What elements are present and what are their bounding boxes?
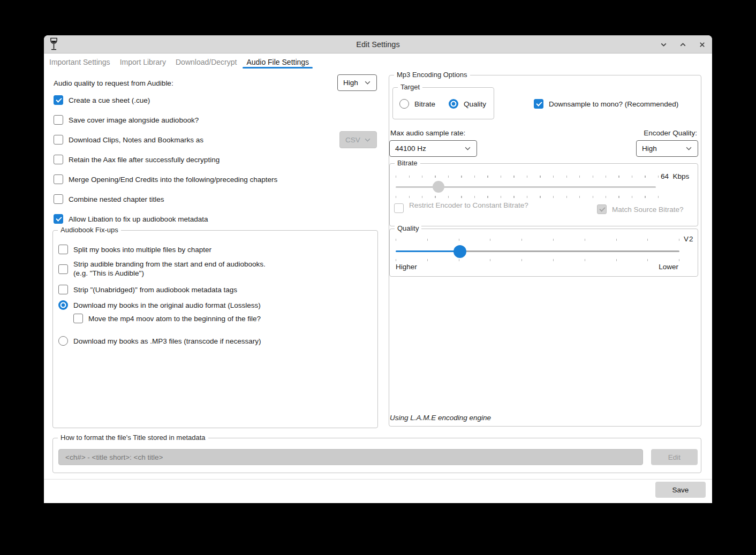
title-format-title: How to format the file's Title stored in… bbox=[58, 434, 208, 442]
edit-settings-window: Edit Settings Important Settings Import … bbox=[44, 35, 712, 503]
target-quality-label: Quality bbox=[464, 100, 486, 108]
lossless-radio[interactable] bbox=[58, 300, 68, 310]
chevron-down-icon bbox=[464, 145, 471, 152]
sample-rate-label: Max audio sample rate: bbox=[390, 129, 465, 137]
fixup-metadata-checkbox[interactable] bbox=[54, 214, 63, 224]
combine-chapters-checkbox[interactable] bbox=[54, 194, 63, 204]
mp3-radio[interactable] bbox=[58, 336, 68, 346]
tab-import-library[interactable]: Import Library bbox=[115, 54, 171, 70]
chevron-down-icon bbox=[364, 136, 371, 143]
quality-slider-handle[interactable] bbox=[453, 245, 466, 258]
cover-image-checkbox[interactable] bbox=[54, 115, 63, 125]
quality-title: Quality bbox=[395, 224, 421, 232]
bitrate-title: Bitrate bbox=[395, 159, 420, 167]
target-bitrate-radio[interactable] bbox=[399, 99, 409, 109]
footer-divider bbox=[44, 479, 712, 480]
tab-download-decrypt[interactable]: Download/Decrypt bbox=[171, 54, 241, 70]
audio-file-settings-panel: Audio quality to request from Audible: H… bbox=[44, 70, 712, 503]
target-title: Target bbox=[398, 83, 422, 91]
bitrate-group: Bitrate 64 Kbps Restrict Encoder to Cons… bbox=[389, 163, 698, 226]
cover-image-label: Save cover image alongside audiobook? bbox=[69, 116, 199, 124]
restrict-cbr-checkbox bbox=[394, 203, 404, 213]
retain-aax-checkbox[interactable] bbox=[54, 155, 63, 164]
lossless-label: Download my books in the original audio … bbox=[73, 301, 261, 309]
clips-notes-checkbox[interactable] bbox=[54, 135, 63, 145]
bitrate-value: 64 Kbps bbox=[661, 172, 689, 180]
match-source-bitrate-checkbox bbox=[597, 204, 607, 214]
retain-aax-label: Retain the Aax file after successfully d… bbox=[69, 156, 220, 164]
window-title: Edit Settings bbox=[44, 40, 712, 49]
quality-higher-label: Higher bbox=[396, 263, 417, 271]
moov-atom-checkbox[interactable] bbox=[73, 314, 83, 323]
bitrate-ticks-bottom bbox=[396, 196, 659, 198]
quality-group: Quality V2 Higher Lower bbox=[389, 229, 698, 277]
chevron-down-icon bbox=[364, 79, 371, 86]
strip-unabridged-label: Strip "(Unabridged)" from audiobook meta… bbox=[73, 286, 237, 294]
split-books-label: Split my books into multiple files by ch… bbox=[73, 246, 211, 254]
minimize-icon[interactable] bbox=[657, 39, 669, 50]
merge-credits-label: Merge Opening/End Credits into the follo… bbox=[69, 176, 277, 184]
mp3-label: Download my books as .MP3 files (transco… bbox=[73, 337, 261, 345]
save-button[interactable]: Save bbox=[655, 482, 706, 498]
encoder-quality-label: Encoder Quality: bbox=[644, 129, 697, 137]
maximize-icon[interactable] bbox=[677, 39, 689, 50]
combine-chapters-label: Combine nested chapter titles bbox=[69, 195, 164, 203]
engine-note: Using L.A.M.E encoding engine bbox=[390, 414, 491, 422]
target-group: Target Bitrate Quality bbox=[392, 87, 494, 119]
clips-notes-label: Download Clips, Notes and Bookmarks as bbox=[69, 136, 203, 144]
title-format-input bbox=[58, 449, 643, 465]
audio-quality-select[interactable]: High bbox=[337, 74, 377, 91]
tab-important-settings[interactable]: Important Settings bbox=[44, 54, 115, 70]
strip-unabridged-checkbox[interactable] bbox=[58, 285, 68, 294]
quality-ticks-bottom bbox=[396, 259, 683, 261]
cue-sheet-checkbox[interactable] bbox=[54, 95, 63, 105]
target-quality-radio[interactable] bbox=[449, 99, 458, 109]
cue-sheet-label: Create a cue sheet (.cue) bbox=[69, 96, 150, 104]
edit-button: Edit bbox=[651, 449, 698, 465]
moov-atom-label: Move the mp4 moov atom to the beginning … bbox=[88, 315, 261, 323]
encoder-quality-select[interactable]: High bbox=[636, 140, 698, 157]
quality-value: V2 bbox=[684, 235, 694, 243]
quality-slider[interactable] bbox=[396, 250, 679, 252]
sample-rate-select[interactable]: 44100 Hz bbox=[389, 140, 477, 157]
close-icon[interactable] bbox=[696, 39, 708, 50]
title-format-group: How to format the file's Title stored in… bbox=[52, 438, 701, 473]
restrict-cbr-label: Restrict Encoder to Constant Bitrate? bbox=[409, 201, 528, 210]
titlebar: Edit Settings bbox=[44, 35, 712, 54]
downsample-mono-label: Downsample to mono? (Recommended) bbox=[549, 100, 678, 108]
audiobook-fixups-title: Audiobook Fix-ups bbox=[58, 226, 121, 234]
quality-ticks-top bbox=[396, 239, 683, 241]
quality-lower-label: Lower bbox=[659, 263, 678, 271]
chevron-down-icon bbox=[685, 145, 692, 152]
fixup-metadata-label: Allow Libation to fix up audiobook metad… bbox=[69, 215, 208, 223]
mp3-encoding-options-group: Mp3 Encoding Options Target Bitrate Qual… bbox=[389, 75, 701, 427]
clips-format-select: CSV bbox=[339, 131, 377, 148]
mp3-encoding-options-title: Mp3 Encoding Options bbox=[394, 71, 470, 79]
bitrate-slider bbox=[396, 186, 656, 188]
tab-bar: Important Settings Import Library Downlo… bbox=[44, 54, 712, 70]
downsample-mono-checkbox[interactable] bbox=[534, 99, 543, 109]
target-bitrate-label: Bitrate bbox=[414, 100, 435, 108]
strip-branding-checkbox[interactable] bbox=[58, 264, 68, 274]
strip-branding-label: Strip audible branding from the start an… bbox=[73, 260, 266, 278]
audio-quality-label: Audio quality to request from Audible: bbox=[54, 79, 173, 87]
match-source-bitrate-label: Match Source Bitrate? bbox=[612, 206, 684, 214]
bitrate-slider-handle bbox=[433, 181, 444, 193]
tab-audio-file-settings[interactable]: Audio File Settings bbox=[241, 54, 314, 70]
audiobook-fixups-group: Audiobook Fix-ups Split my books into mu… bbox=[52, 230, 378, 428]
merge-credits-checkbox[interactable] bbox=[54, 174, 63, 184]
bitrate-ticks-top bbox=[396, 176, 659, 178]
split-books-checkbox[interactable] bbox=[58, 245, 68, 254]
